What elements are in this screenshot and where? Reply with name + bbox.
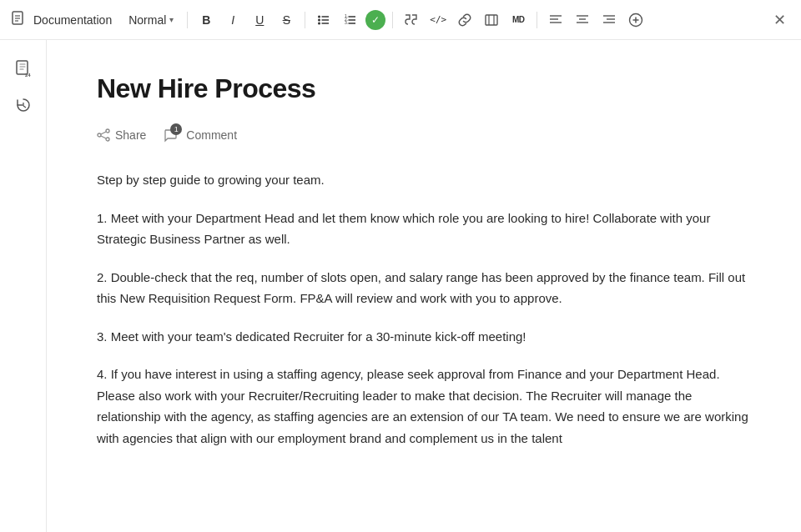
toolbar-divider-3 (392, 12, 393, 28)
underline-button[interactable]: U (248, 8, 271, 32)
toolbar-divider-2 (305, 12, 305, 28)
inline-code-button[interactable]: </> (426, 8, 450, 32)
add-element-button[interactable] (624, 8, 647, 32)
svg-point-37 (106, 138, 109, 141)
style-dropdown-label: Normal (128, 13, 166, 27)
toolbar: Documentation Normal ▾ B I U S 1. 2. 3. … (0, 0, 801, 40)
share-button[interactable]: Share (97, 125, 146, 145)
markdown-button[interactable]: MD (506, 8, 530, 32)
blockquote-button[interactable] (400, 8, 423, 32)
numbered-list-button[interactable]: 1. 2. 3. (339, 8, 362, 32)
document-content: New Hire Process Share 1 (47, 40, 801, 532)
svg-line-34 (23, 106, 26, 108)
svg-text:3.: 3. (345, 20, 348, 25)
paragraph-intro: Step by step guide to growing your team. (97, 169, 751, 191)
doc-actions-bar: Share 1 Comment (97, 124, 751, 146)
sidebar: 24 (0, 40, 47, 532)
comment-badge: 1 (170, 123, 182, 135)
main-layout: 24 New Hire Process (0, 40, 801, 532)
embed-button[interactable] (480, 8, 503, 32)
align-right-button[interactable] (597, 8, 621, 32)
bold-button[interactable]: B (194, 8, 218, 32)
document-heading: New Hire Process (97, 73, 751, 104)
paragraph-3: 3. Meet with your team's dedicated Recru… (97, 326, 751, 348)
svg-point-6 (318, 18, 320, 21)
svg-point-36 (98, 133, 101, 137)
paragraph-4: 4. If you have interest in using a staff… (97, 364, 751, 449)
align-left-button[interactable] (544, 8, 567, 32)
toolbar-doc-info: Documentation (10, 10, 112, 30)
svg-line-39 (101, 136, 106, 138)
doc-pages-button[interactable]: 24 (8, 53, 38, 83)
close-button[interactable]: ✕ (768, 8, 791, 32)
comment-button[interactable]: 1 Comment (163, 124, 237, 146)
doc-title-label: Documentation (33, 13, 112, 27)
svg-point-4 (318, 15, 320, 18)
italic-button[interactable]: I (221, 8, 244, 32)
svg-line-38 (101, 132, 106, 134)
align-center-button[interactable] (571, 8, 594, 32)
strikethrough-button[interactable]: S (275, 8, 298, 32)
style-dropdown[interactable]: Normal ▾ (122, 10, 180, 30)
paragraph-2: 2. Double-check that the req, number of … (97, 267, 751, 309)
comment-label: Comment (186, 128, 237, 142)
sync-status-icon: ✓ (365, 10, 385, 30)
history-button[interactable] (8, 90, 38, 120)
document-file-icon (10, 10, 27, 30)
svg-text:24: 24 (25, 73, 31, 78)
svg-rect-16 (486, 15, 497, 25)
paragraph-1: 1. Meet with your Department Head and le… (97, 208, 751, 250)
share-label: Share (115, 128, 146, 142)
toolbar-divider-4 (537, 12, 537, 28)
chevron-down-icon: ▾ (169, 15, 174, 24)
link-button[interactable] (453, 8, 476, 32)
bullet-list-button[interactable] (312, 8, 335, 32)
toolbar-divider-1 (187, 12, 188, 28)
document-body: Step by step guide to growing your team.… (97, 169, 751, 449)
svg-point-8 (318, 22, 320, 24)
svg-point-35 (106, 129, 109, 133)
